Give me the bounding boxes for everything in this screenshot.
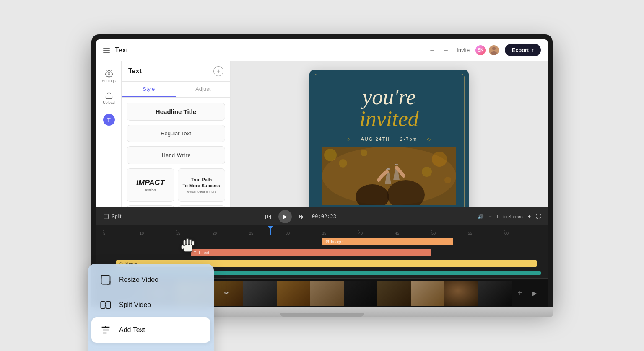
top-bar-center: ← → Invite SK Export	[426, 44, 541, 56]
add-text-icon	[98, 323, 113, 338]
fit-to-screen[interactable]: Fit to Screen	[497, 214, 523, 219]
panel-tabs: Style Adjust	[122, 82, 230, 98]
split-label: Split	[112, 214, 121, 219]
regular-label: Regular Text	[134, 130, 218, 137]
card-date: AUG 24TH	[361, 137, 390, 142]
ruler-marks: 5 10 15 20 25 30 35 40 45 50 55 60	[103, 231, 541, 235]
avatar-initials: SK	[475, 44, 486, 56]
panel-header: Text +	[122, 61, 230, 82]
export-button[interactable]: Export ↑	[505, 44, 541, 56]
tab-adjust[interactable]: Adjust	[176, 82, 231, 97]
zoom-in[interactable]: +	[528, 214, 531, 219]
top-bar: Text ← → Invite SK	[96, 39, 548, 61]
svg-point-0	[492, 47, 496, 50]
text-style-headline[interactable]: Headline Title	[127, 103, 225, 121]
ruler-mark: 25	[249, 231, 286, 235]
split-button[interactable]: Split	[103, 214, 121, 219]
ruler-mark: 35	[322, 231, 358, 235]
template-true-path[interactable]: True PathTo More Success Watch to learn …	[178, 168, 226, 202]
ruler-mark: 45	[395, 231, 431, 235]
card-photo-inner	[322, 147, 456, 205]
template-impact[interactable]: IMPACT ession	[127, 168, 174, 202]
panel-add-button[interactable]: +	[213, 66, 223, 76]
thumbnail-item[interactable]	[377, 281, 411, 306]
thumbnail-item[interactable]	[243, 281, 277, 306]
filters-icon	[98, 348, 113, 351]
skip-back-button[interactable]: ⏮	[262, 211, 274, 222]
thumbnail-add[interactable]: +	[512, 281, 528, 306]
handwrite-label: Hand Write	[134, 152, 218, 159]
play-controls: ⏮ ▶ ⏭ 00:02:23	[262, 210, 336, 223]
skip-forward-button[interactable]: ⏭	[296, 211, 308, 222]
thumbnail-item[interactable]	[478, 281, 512, 306]
thumbnail-item[interactable]	[344, 281, 377, 306]
ruler-mark: 20	[213, 231, 249, 235]
ruler-mark: 5	[103, 231, 140, 235]
app-title: Text	[115, 46, 128, 54]
context-item-add-text-label: Add Text	[119, 326, 145, 334]
left-sidebar: Settings Upload T	[96, 61, 122, 207]
card-photo-svg	[322, 147, 456, 205]
track-row-image: 🖼 Image	[103, 237, 541, 246]
thumbnail-item[interactable]	[444, 281, 478, 306]
ruler-mark: 60	[504, 231, 541, 235]
sidebar-item-settings[interactable]: Settings	[99, 66, 119, 86]
diamond-left: ◇	[347, 137, 351, 142]
undo-button[interactable]: ←	[426, 44, 438, 56]
context-item-add-text[interactable]: Add Text	[91, 317, 210, 343]
card-youre: you're	[359, 86, 419, 108]
thumbnail-item[interactable]	[310, 281, 344, 306]
text-track-label: T Text	[198, 250, 209, 255]
svg-rect-16	[101, 276, 110, 284]
impact-text: IMPACT	[136, 178, 165, 187]
avatar-photo	[488, 44, 500, 56]
panel-title: Text	[128, 67, 142, 75]
zoom-out[interactable]: −	[489, 214, 492, 219]
panel-content: Headline Title Regular Text Hand Write I…	[122, 98, 230, 207]
playhead-triangle	[268, 226, 273, 230]
ruler-mark: 10	[140, 231, 176, 235]
sidebar-item-active[interactable]: T	[99, 110, 119, 130]
nav-arrows: ← →	[426, 44, 452, 56]
export-label: Export	[512, 47, 529, 53]
thumbnail-item[interactable]	[411, 281, 444, 306]
svg-rect-17	[101, 302, 105, 308]
context-item-split[interactable]: Split Video	[91, 292, 210, 317]
track-text[interactable]: T T Text	[191, 249, 431, 256]
thumbnail-item[interactable]	[277, 281, 310, 306]
card-invited: invited	[359, 108, 419, 130]
redo-button[interactable]: →	[440, 44, 452, 56]
headline-label: Headline Title	[134, 108, 218, 115]
context-item-resize[interactable]: Resize Video	[91, 267, 210, 292]
playhead[interactable]	[270, 227, 271, 235]
volume-icon[interactable]: 🔊	[478, 214, 484, 219]
ruler-mark: 40	[358, 231, 395, 235]
tab-style[interactable]: Style	[122, 82, 176, 97]
svg-point-6	[324, 149, 337, 161]
svg-point-1	[491, 51, 497, 55]
text-track-icon: T	[194, 250, 197, 255]
context-item-filters[interactable]: Video Filters	[91, 343, 210, 351]
track-image[interactable]: 🖼 Image	[322, 238, 453, 245]
thumbnail-next[interactable]: ▶	[528, 281, 541, 306]
card-photo	[322, 147, 456, 205]
top-bar-brand: Text	[103, 46, 128, 54]
resize-icon	[98, 272, 113, 287]
svg-point-9	[422, 167, 432, 177]
ruler-mark: 55	[468, 231, 504, 235]
play-button[interactable]: ▶	[278, 210, 292, 223]
image-track-icon: 🖼	[325, 240, 329, 244]
track-row-text: T T Text	[103, 248, 541, 257]
text-style-handwrite[interactable]: Hand Write	[127, 146, 225, 164]
hamburger-menu[interactable]	[103, 48, 110, 53]
time-display: 00:02:23	[312, 214, 336, 219]
fullscreen-icon[interactable]: ⛶	[536, 214, 541, 219]
impact-sub: ession	[145, 188, 156, 192]
diamond-right: ◇	[427, 137, 431, 142]
text-style-regular[interactable]: Regular Text	[127, 125, 225, 142]
card-time: 2-7pm	[400, 137, 417, 142]
sidebar-item-upload[interactable]: Upload	[99, 88, 119, 108]
image-track-label: Image	[331, 240, 343, 244]
thumbnail-item[interactable]: ✂	[210, 281, 243, 306]
svg-point-10	[444, 177, 451, 183]
